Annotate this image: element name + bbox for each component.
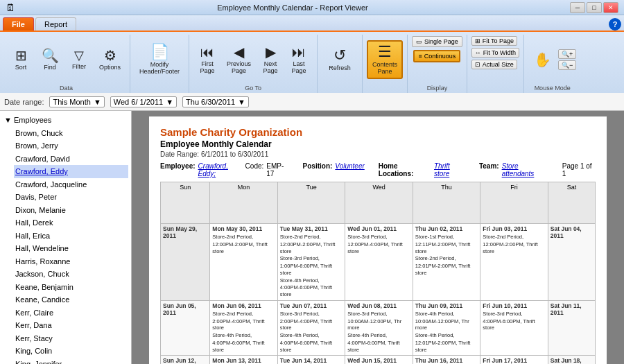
fit-width-icon: ↔ xyxy=(475,49,481,56)
single-page-button[interactable]: ▭ Single Page xyxy=(412,36,462,47)
single-page-label: Single Page xyxy=(424,38,458,45)
modify-headerfooter-button[interactable]: 📄 ModifyHeader/Footer xyxy=(135,41,184,78)
sidebar-item-dixon_melanie[interactable]: Dixon, Melanie xyxy=(14,204,128,217)
position-field: Position: Volunteer xyxy=(303,162,365,177)
sidebar-item-harris_roxanne[interactable]: Harris, Roxanne xyxy=(14,255,128,268)
refresh-button[interactable]: ↺ Refresh xyxy=(322,44,358,75)
modify-icon: 📄 xyxy=(150,44,169,60)
sidebar-item-brown_chuck[interactable]: Brown, Chuck xyxy=(14,127,128,140)
continuous-button[interactable]: ≡ Continuous xyxy=(413,50,460,62)
filter-icon: ▽ xyxy=(74,49,84,62)
sidebar-item-hall_derek[interactable]: Hall, Derek xyxy=(14,216,128,229)
col-sat: Sat xyxy=(548,182,595,224)
single-page-icon: ▭ xyxy=(416,38,422,45)
page-number: Page 1 of 1 xyxy=(562,162,596,177)
hand-tool-button[interactable]: ✋ xyxy=(528,50,556,69)
minimize-button[interactable]: ─ xyxy=(570,2,585,13)
filter-button[interactable]: ▽ Filter xyxy=(65,46,93,73)
tab-file[interactable]: File xyxy=(3,17,34,31)
home-locations-label: Home Locations: xyxy=(379,162,431,177)
fit-page-label: Fit To Page xyxy=(483,37,514,44)
zoom-out-button[interactable]: 🔍− xyxy=(558,60,576,70)
tree-root-label: Employees xyxy=(14,116,51,124)
app-icon: 🗓 xyxy=(6,2,15,13)
ribbon-group-modify: 📄 ModifyHeader/Footer x xyxy=(130,35,189,93)
report-date-range: Date Range: 6/1/2011 to 6/30/2011 xyxy=(160,150,596,158)
cal-cell-w0d5: Fri Jun 03, 2011Store-2nd Period,12:00PM… xyxy=(480,224,548,301)
options-icon: ⚙ xyxy=(104,49,116,62)
home-locations-field: Home Locations: Thrift store xyxy=(379,162,465,177)
goto-group-label: Go To xyxy=(245,83,261,93)
sidebar-item-king_colin[interactable]: King, Colin xyxy=(14,345,128,358)
tab-report[interactable]: Report xyxy=(35,17,76,31)
tree-root-employees[interactable]: ▼ Employees xyxy=(3,114,128,127)
ribbon-group-data: ⊞ Sort 🔍 Find ▽ Filter ⚙ Options Data xyxy=(3,35,130,93)
find-label: Find xyxy=(44,64,56,71)
zoom-in-button[interactable]: 🔍+ xyxy=(558,49,576,59)
report-content-area: Sample Charity Organization Employee Mon… xyxy=(132,111,624,364)
previous-page-button[interactable]: ◀ PreviousPage xyxy=(222,42,256,77)
sidebar-item-davis_peter[interactable]: Davis, Peter xyxy=(14,191,128,204)
cal-cell-w1d5: Fri Jun 10, 2011Store-3rd Period,4:00PM-… xyxy=(480,300,548,356)
ribbon-group-refresh: ↺ Refresh x xyxy=(318,35,363,93)
last-page-button[interactable]: ⏭ LastPage xyxy=(285,42,313,77)
title-bar: 🗓 Employee Monthly Calendar - Report Vie… xyxy=(0,0,624,15)
continuous-icon: ≡ xyxy=(418,53,422,60)
sidebar-item-hall_wendeline[interactable]: Hall, Wendeline xyxy=(14,242,128,255)
options-label: Options xyxy=(99,64,121,71)
date-preset-combo[interactable]: This Month ▼ xyxy=(49,96,104,107)
first-page-button[interactable]: ⏮ FirstPage xyxy=(193,42,221,77)
team-value: Store attendants xyxy=(502,162,548,177)
maximize-button[interactable]: □ xyxy=(587,2,602,13)
sidebar-item-crawford_jacqueline[interactable]: Crawford, Jacqueline xyxy=(14,178,128,191)
help-button[interactable]: ? xyxy=(609,18,621,31)
sidebar-item-crawford_david[interactable]: Crawford, David xyxy=(14,153,128,166)
sidebar-item-jackson_chuck[interactable]: Jackson, Chuck xyxy=(14,268,128,281)
cal-cell-w1d4: Thu Jun 09, 2011Store-4th Period,10:00AM… xyxy=(413,300,480,356)
cal-cell-w2d2: Tue Jun 14, 2011Store-2nd Period,Store-3… xyxy=(277,356,345,364)
find-button[interactable]: 🔍 Find xyxy=(36,46,64,73)
close-button[interactable]: ✕ xyxy=(603,2,618,13)
modify-label: ModifyHeader/Footer xyxy=(139,61,180,75)
cal-cell-w0d0: Sun May 29, 2011 xyxy=(161,224,210,301)
fit-to-page-button[interactable]: ⊞ Fit To Page xyxy=(471,36,517,46)
sidebar-item-kerr_claire[interactable]: Kerr, Claire xyxy=(14,306,128,320)
next-page-label: NextPage xyxy=(263,60,278,74)
actual-size-label: Actual Size xyxy=(483,61,514,68)
cal-cell-w1d6: Sat Jun 11, 2011 xyxy=(548,300,595,356)
calendar-table: Sun Mon Tue Wed Thu Fri Sat Sun May 29, … xyxy=(160,182,596,364)
zoom-in-icon: 🔍+ xyxy=(562,51,573,58)
cal-cell-w2d5: Fri Jun 17, 2011Store-1st Period,Store-2… xyxy=(480,356,548,364)
actual-size-button[interactable]: ⊡ Actual Size xyxy=(471,60,517,69)
employee-tree: ▼ Employees Brown, ChuckBrown, JerryCraw… xyxy=(0,111,131,364)
cal-cell-w2d4: Thu Jun 16, 2011 xyxy=(413,356,480,364)
sidebar-item-hall_erica[interactable]: Hall, Erica xyxy=(14,229,128,243)
contents-pane-button[interactable]: ☰ ContentsPane xyxy=(367,40,403,79)
sidebar-item-king_jennifer[interactable]: King, Jennifer xyxy=(14,358,128,365)
tree-collapse-icon: ▼ xyxy=(4,116,14,124)
ribbon-group-mousemode: ✋ 🔍+ 🔍− Mouse Mode xyxy=(524,35,580,93)
fit-width-label: Fit To Width xyxy=(483,49,516,56)
cal-cell-w0d3: Wed Jun 01, 2011Store-3rd Period,12:00PM… xyxy=(345,224,413,301)
sidebar-item-keane_benjamin[interactable]: Keane, Benjamin xyxy=(14,281,128,294)
sidebar-item-crawford_eddy[interactable]: Crawford, Eddy xyxy=(14,165,128,178)
sidebar-item-brown_jerry[interactable]: Brown, Jerry xyxy=(14,139,128,153)
next-page-button[interactable]: ▶ NextPage xyxy=(257,42,284,77)
data-group-label: Data xyxy=(60,83,73,93)
fit-to-width-button[interactable]: ↔ Fit To Width xyxy=(471,48,519,58)
sidebar-item-kerr_dana[interactable]: Kerr, Dana xyxy=(14,319,128,332)
cal-cell-w0d6: Sat Jun 04, 2011 xyxy=(548,224,595,301)
ribbon-group-fit: ⊞ Fit To Page ↔ Fit To Width ⊡ Actual Si… xyxy=(467,35,524,93)
col-fri: Fri xyxy=(480,182,548,224)
sort-button[interactable]: ⊞ Sort xyxy=(7,46,35,73)
end-date-combo[interactable]: Thu 6/30/2011 ▼ xyxy=(182,96,249,107)
sidebar-item-kerr_stacy[interactable]: Kerr, Stacy xyxy=(14,332,128,345)
ribbon-group-goto: ⏮ FirstPage ◀ PreviousPage ▶ NextPage ⏭ … xyxy=(189,35,318,93)
start-date-combo[interactable]: Wed 6/ 1/2011 ▼ xyxy=(110,96,177,107)
options-button[interactable]: ⚙ Options xyxy=(94,46,125,73)
sidebar-item-keane_candice[interactable]: Keane, Candice xyxy=(14,293,128,306)
zoom-out-icon: 🔍− xyxy=(562,62,573,69)
first-page-label: FirstPage xyxy=(200,60,215,74)
refresh-icon: ↺ xyxy=(333,48,346,63)
home-locations-value: Thrift store xyxy=(434,162,465,177)
